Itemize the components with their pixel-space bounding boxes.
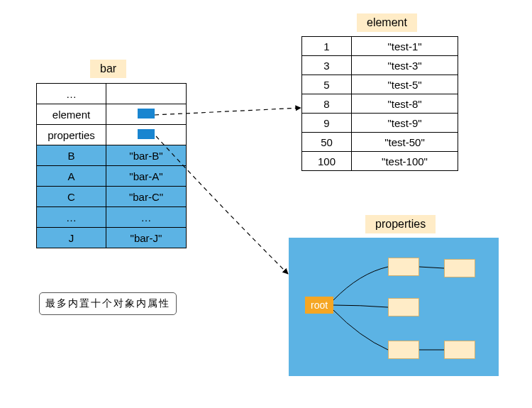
elem-key: 100 (302, 152, 352, 171)
bar-table: … element properties B "bar-B" A "bar-A"… (36, 83, 187, 248)
bar-val: "bar-J" (106, 228, 187, 248)
bar-key: … (37, 84, 106, 104)
bar-key-element: element (37, 104, 106, 125)
table-row: element (37, 104, 187, 125)
tree-node (388, 258, 419, 276)
element-table: 1"test-1" 3"test-3" 5"test-5" 8"test-8" … (301, 36, 458, 171)
element-label: element (357, 13, 417, 32)
bar-val (106, 84, 187, 104)
tree-node (388, 341, 419, 359)
bar-key-properties: properties (37, 125, 106, 145)
bar-key: B (37, 145, 106, 166)
table-row: A "bar-A" (37, 166, 187, 187)
elem-key: 9 (302, 114, 352, 133)
bar-val: "bar-C" (106, 187, 187, 207)
bar-key: J (37, 228, 106, 248)
elem-key: 8 (302, 94, 352, 114)
elem-val: "test-100" (352, 152, 458, 171)
elem-val: "test-50" (352, 133, 458, 152)
bar-key: C (37, 187, 106, 207)
bar-val-element (106, 104, 187, 125)
elem-key: 5 (302, 75, 352, 94)
table-row: 1"test-1" (302, 37, 458, 56)
table-row: 5"test-5" (302, 75, 458, 94)
elem-val: "test-5" (352, 75, 458, 94)
bar-val-properties (106, 125, 187, 145)
table-row: … … (37, 207, 187, 228)
pointer-chip-icon (138, 129, 155, 139)
tree-node (444, 341, 475, 359)
table-row: 8"test-8" (302, 94, 458, 114)
tree-root: root (305, 297, 333, 314)
bar-key: A (37, 166, 106, 187)
bar-val: … (106, 207, 187, 228)
elem-val: "test-8" (352, 94, 458, 114)
caption-text: 最多内置十个对象内属性 (39, 292, 177, 315)
properties-panel: root (289, 238, 499, 376)
table-row: 3"test-3" (302, 56, 458, 75)
table-row: 9"test-9" (302, 114, 458, 133)
bar-val: "bar-A" (106, 166, 187, 187)
table-row: J "bar-J" (37, 228, 187, 248)
elem-key: 3 (302, 56, 352, 75)
pointer-chip-icon (138, 109, 155, 118)
elem-val: "test-3" (352, 56, 458, 75)
properties-label: properties (365, 215, 436, 233)
bar-label: bar (90, 60, 126, 78)
elem-key: 1 (302, 37, 352, 56)
tree-node (388, 298, 419, 316)
table-row: B "bar-B" (37, 145, 187, 166)
bar-key: … (37, 207, 106, 228)
elem-val: "test-1" (352, 37, 458, 56)
elem-val: "test-9" (352, 114, 458, 133)
table-row: … (37, 84, 187, 104)
elem-key: 50 (302, 133, 352, 152)
bar-val: "bar-B" (106, 145, 187, 166)
svg-line-0 (419, 267, 444, 268)
table-row: properties (37, 125, 187, 145)
table-row: 50"test-50" (302, 133, 458, 152)
table-row: C "bar-C" (37, 187, 187, 207)
tree-node (444, 259, 475, 277)
table-row: 100"test-100" (302, 152, 458, 171)
